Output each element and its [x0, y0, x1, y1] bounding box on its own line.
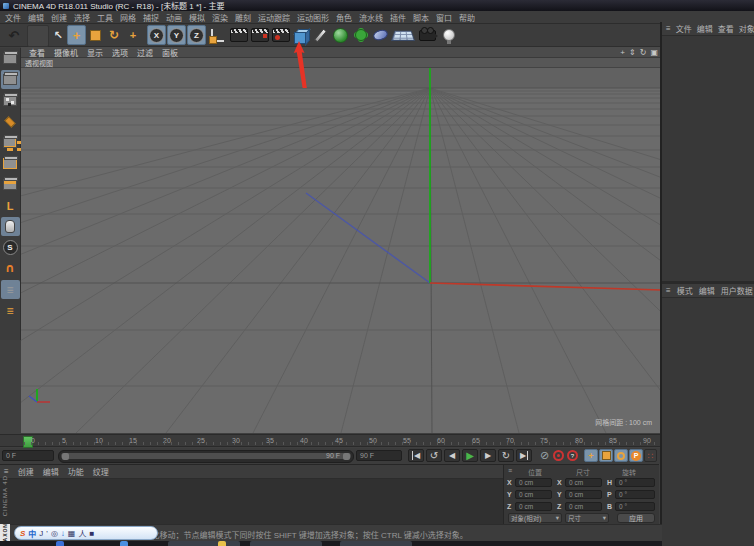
points-mode-button[interactable] [1, 133, 20, 152]
coordinate-system-dropdown[interactable]: 对象(相对) ▾ [508, 513, 562, 523]
taskbar-window-button[interactable] [340, 541, 412, 546]
mat-menu-texture[interactable]: 纹理 [93, 466, 109, 477]
enable-snap-button[interactable]: S [1, 238, 20, 257]
ime-keyboard-icon[interactable]: ▦ [68, 529, 76, 538]
vp-menu-view[interactable]: 查看 [29, 47, 45, 58]
key-rotation-button[interactable] [614, 449, 628, 462]
play-backwards-button[interactable]: ↺ [426, 449, 442, 462]
burger-icon[interactable]: ≡ [508, 467, 512, 474]
menu-select[interactable]: 选择 [74, 12, 90, 23]
object-manager-list[interactable] [662, 36, 754, 281]
rot-p-field[interactable]: 0 ° [615, 490, 655, 499]
am-menu-userdata[interactable]: 用户数据 [721, 285, 753, 296]
ime-account-icon[interactable]: 人 [78, 528, 86, 539]
range-bar[interactable] [61, 453, 351, 459]
key-pla-button[interactable]: ∷ [644, 449, 657, 462]
pos-y-field[interactable]: 0 cm [515, 490, 552, 499]
quantize-button[interactable]: ∪ [1, 259, 20, 278]
lock-x-axis-button[interactable]: X [147, 25, 166, 45]
title-bar[interactable]: CINEMA 4D R18.011 Studio (RC - R18) - [未… [0, 0, 754, 11]
end-frame-field[interactable]: 90 F [356, 450, 402, 461]
generator-button[interactable] [351, 25, 370, 45]
ime-download-icon[interactable]: ↓ [61, 529, 65, 538]
menu-pipeline[interactable]: 流水线 [359, 12, 383, 23]
pos-x-field[interactable]: 0 cm [515, 478, 552, 487]
texture-axis-mode-button[interactable] [1, 112, 20, 131]
record-disabled-button[interactable]: ⊘ [539, 450, 550, 461]
play-button[interactable]: ▶ [462, 449, 478, 462]
menu-animate[interactable]: 动画 [166, 12, 182, 23]
coordinate-system-button[interactable] [207, 25, 227, 45]
spline-pen-button[interactable] [311, 25, 329, 45]
taskbar-window-button[interactable] [250, 541, 322, 546]
rotate-view-icon[interactable]: ↻ [640, 48, 647, 57]
viewport-interaction-button[interactable] [1, 217, 20, 236]
size-mode-dropdown[interactable]: 尺寸 ▾ [565, 513, 609, 523]
key-position-button[interactable]: + [584, 449, 598, 462]
attribute-manager-body[interactable] [662, 298, 754, 545]
next-frame-button[interactable]: ▶ [480, 449, 496, 462]
om-menu-view[interactable]: 查看 [718, 23, 734, 34]
menu-tools[interactable]: 工具 [97, 12, 113, 23]
am-menu-mode[interactable]: 模式 [677, 285, 693, 296]
menu-mesh[interactable]: 网格 [120, 12, 136, 23]
menu-render[interactable]: 渲染 [212, 12, 228, 23]
camera-button[interactable] [416, 25, 438, 45]
vp-menu-cameras[interactable]: 摄像机 [54, 47, 78, 58]
om-menu-file[interactable]: 文件 [676, 23, 692, 34]
previous-frame-button[interactable]: ◀ [444, 449, 460, 462]
pan-view-icon[interactable]: + [620, 48, 625, 57]
burger-icon[interactable]: ≡ [666, 286, 671, 295]
make-editable-button[interactable] [1, 49, 20, 68]
model-mode-button[interactable] [1, 70, 20, 89]
render-view-button[interactable] [229, 25, 249, 45]
toggle-view-icon[interactable]: ▣ [650, 48, 658, 57]
live-selection-button[interactable]: ↖ [50, 25, 66, 45]
menu-motion-tracker[interactable]: 运动跟踪 [258, 12, 290, 23]
viewport-canvas[interactable]: 网格间距 : 100 cm [21, 68, 662, 433]
mat-menu-create[interactable]: 创建 [18, 466, 34, 477]
ime-punct-icon[interactable]: ' [46, 529, 48, 538]
taskbar-icon[interactable] [56, 541, 64, 546]
workplane-mode-button[interactable]: L [1, 196, 20, 215]
rot-b-field[interactable]: 0 ° [615, 502, 655, 511]
render-picture-viewer-button[interactable] [250, 25, 270, 45]
zoom-view-icon[interactable]: ⇕ [629, 48, 636, 57]
menu-script[interactable]: 脚本 [413, 12, 429, 23]
lock-z-axis-button[interactable]: Z [187, 25, 206, 45]
current-frame-field[interactable]: 0 F [2, 450, 54, 461]
undo-button[interactable]: ↶ [3, 25, 25, 45]
size-x-field[interactable]: 0 cm [565, 478, 602, 487]
size-y-field[interactable]: 0 cm [565, 490, 602, 499]
goto-start-button[interactable]: ◀ [408, 449, 424, 462]
move-tool-button[interactable]: + [67, 25, 86, 45]
menu-help[interactable]: 帮助 [459, 12, 475, 23]
lock-y-axis-button[interactable]: Y [167, 25, 186, 45]
menu-window[interactable]: 窗口 [436, 12, 452, 23]
menu-character[interactable]: 角色 [336, 12, 352, 23]
preview-range-slider[interactable]: 90 F [58, 450, 354, 463]
edges-mode-button[interactable] [1, 154, 20, 173]
menu-snap[interactable]: 捕捉 [143, 12, 159, 23]
ime-mode-icon[interactable]: 中 [28, 528, 36, 539]
keyframe-selection-button[interactable]: ? [567, 450, 578, 461]
apply-button[interactable]: 应用 [617, 513, 655, 523]
om-menu-edit[interactable]: 编辑 [697, 23, 713, 34]
subdivision-surface-button[interactable] [330, 25, 350, 45]
floor-environment-button[interactable] [391, 25, 415, 45]
texture-mode-button[interactable] [1, 91, 20, 110]
taskbar-folder-icon[interactable] [218, 541, 226, 546]
vp-menu-panel[interactable]: 面板 [162, 47, 178, 58]
ime-skin-icon[interactable]: ■ [89, 529, 94, 538]
menu-edit[interactable]: 编辑 [28, 12, 44, 23]
key-parameter-button[interactable]: P [629, 449, 643, 462]
rotate-tool-button[interactable]: ↻ [105, 25, 123, 45]
vp-menu-display[interactable]: 显示 [87, 47, 103, 58]
menu-create[interactable]: 创建 [51, 12, 67, 23]
cycle-button[interactable]: ↻ [498, 449, 514, 462]
scale-tool-button[interactable] [87, 25, 104, 45]
timeline-ruler[interactable]: 0 5 10 15 20 25 30 35 40 45 50 55 60 65 … [0, 434, 662, 447]
taskbar-window-button[interactable] [168, 541, 240, 546]
key-scale-button[interactable] [599, 449, 613, 462]
record-keyframe-button[interactable] [553, 450, 564, 461]
